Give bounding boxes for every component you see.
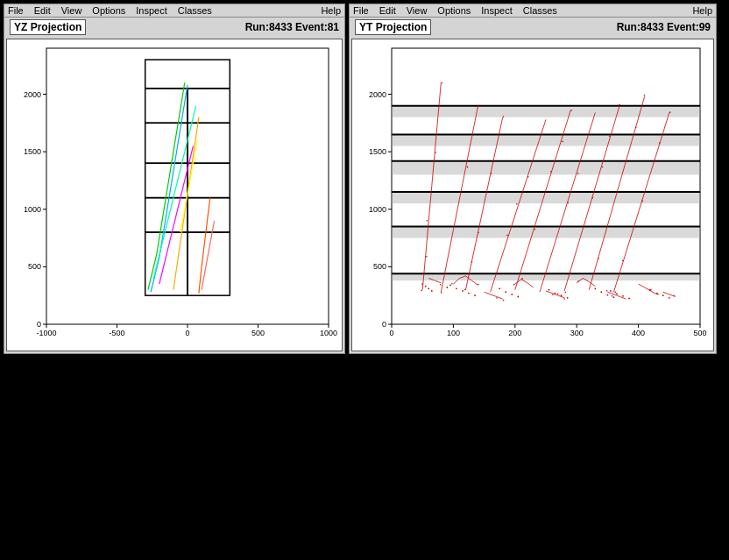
left-title-bar: YZ Projection Run:8433 Event:81: [4, 18, 344, 37]
right-menu-view[interactable]: View: [405, 5, 429, 16]
left-menu-classes[interactable]: Classes: [176, 5, 214, 16]
right-panel: File Edit View Options Inspect Classes H…: [349, 4, 717, 354]
left-menu-view[interactable]: View: [60, 5, 84, 16]
left-canvas: [7, 39, 342, 351]
left-run-event: Run:8433 Event:81: [245, 21, 339, 33]
right-menu-options[interactable]: Options: [435, 5, 472, 16]
left-menubar: File Edit View Options Inspect Classes H…: [4, 4, 344, 18]
right-panel-title: YT Projection: [355, 19, 431, 35]
right-canvas-area: [351, 39, 714, 351]
panels-row: File Edit View Options Inspect Classes H…: [0, 0, 729, 358]
right-menu-inspect[interactable]: Inspect: [479, 5, 513, 16]
left-panel: File Edit View Options Inspect Classes H…: [4, 4, 345, 354]
left-menu-help[interactable]: Help: [319, 5, 343, 16]
right-menu-help[interactable]: Help: [690, 5, 714, 16]
left-panel-title: YZ Projection: [10, 19, 86, 35]
left-menu-file[interactable]: File: [6, 5, 25, 16]
right-canvas: [352, 39, 713, 351]
left-menu-edit[interactable]: Edit: [32, 5, 53, 16]
left-canvas-area: [6, 39, 343, 351]
right-title-bar: YT Projection Run:8433 Event:99: [350, 18, 716, 37]
right-run-event: Run:8433 Event:99: [617, 21, 711, 33]
right-menu-file[interactable]: File: [351, 5, 371, 16]
left-menu-inspect[interactable]: Inspect: [134, 5, 168, 16]
right-menubar: File Edit View Options Inspect Classes H…: [350, 4, 716, 18]
app-container: File Edit View Options Inspect Classes H…: [0, 0, 729, 560]
right-menu-edit[interactable]: Edit: [378, 5, 398, 16]
left-menu-options[interactable]: Options: [90, 5, 127, 16]
right-menu-classes[interactable]: Classes: [521, 5, 559, 16]
